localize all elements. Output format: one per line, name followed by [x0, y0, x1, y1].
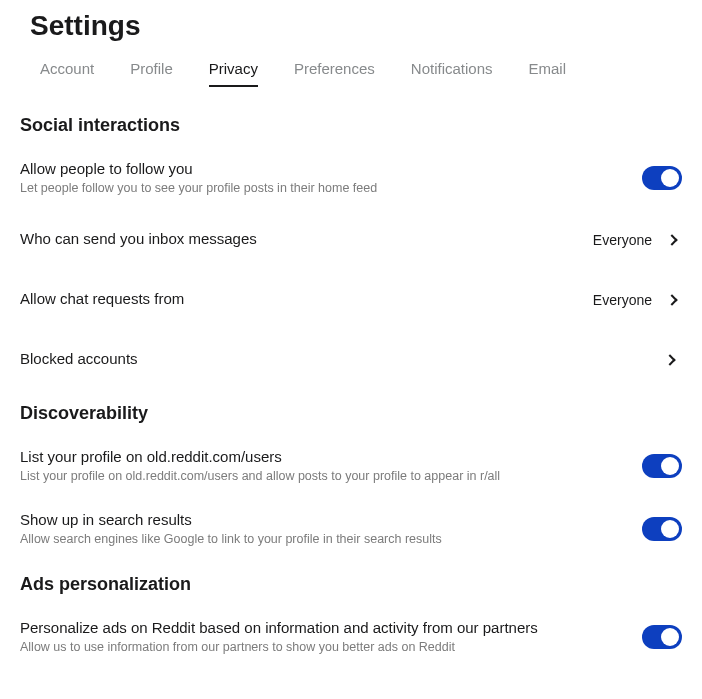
- setting-desc: Allow search engines like Google to link…: [20, 531, 622, 548]
- tab-privacy[interactable]: Privacy: [209, 60, 258, 87]
- setting-title: Allow chat requests from: [20, 290, 573, 307]
- page-title: Settings: [30, 10, 682, 42]
- setting-title: List your profile on old.reddit.com/user…: [20, 448, 622, 465]
- setting-allow-follow: Allow people to follow you Let people fo…: [20, 160, 682, 197]
- chevron-right-icon: [666, 294, 677, 305]
- tabs-container: Account Profile Privacy Preferences Noti…: [40, 60, 682, 87]
- setting-text: Personalize ads on Reddit based on infor…: [20, 619, 642, 656]
- select-value: Everyone: [593, 292, 652, 308]
- select-chat-requests[interactable]: Everyone: [593, 292, 682, 308]
- setting-title: Personalize ads on Reddit based on infor…: [20, 619, 622, 636]
- setting-title: Show up in search results: [20, 511, 622, 528]
- toggle-list-profile[interactable]: [642, 454, 682, 478]
- tab-notifications[interactable]: Notifications: [411, 60, 493, 87]
- toggle-search-results[interactable]: [642, 517, 682, 541]
- setting-search-results: Show up in search results Allow search e…: [20, 511, 682, 548]
- tab-account[interactable]: Account: [40, 60, 94, 87]
- setting-title: Blocked accounts: [20, 350, 646, 367]
- section-heading-ads: Ads personalization: [20, 574, 682, 595]
- setting-title: Who can send you inbox messages: [20, 230, 573, 247]
- setting-desc: Allow us to use information from our par…: [20, 639, 622, 656]
- select-value: Everyone: [593, 232, 652, 248]
- setting-desc: List your profile on old.reddit.com/user…: [20, 468, 622, 485]
- toggle-personalize-ads[interactable]: [642, 625, 682, 649]
- setting-text: Allow people to follow you Let people fo…: [20, 160, 642, 197]
- link-blocked-accounts[interactable]: [666, 356, 682, 364]
- setting-inbox-messages: Who can send you inbox messages Everyone: [20, 223, 682, 257]
- setting-list-profile: List your profile on old.reddit.com/user…: [20, 448, 682, 485]
- setting-text: Blocked accounts: [20, 350, 666, 370]
- tab-profile[interactable]: Profile: [130, 60, 173, 87]
- setting-personalize-ads: Personalize ads on Reddit based on infor…: [20, 619, 682, 656]
- toggle-allow-follow[interactable]: [642, 166, 682, 190]
- setting-blocked-accounts: Blocked accounts: [20, 343, 682, 377]
- setting-title: Allow people to follow you: [20, 160, 622, 177]
- section-heading-social: Social interactions: [20, 115, 682, 136]
- setting-text: Allow chat requests from: [20, 290, 593, 310]
- tab-preferences[interactable]: Preferences: [294, 60, 375, 87]
- tab-email[interactable]: Email: [529, 60, 567, 87]
- setting-text: Show up in search results Allow search e…: [20, 511, 642, 548]
- chevron-right-icon: [664, 354, 675, 365]
- setting-text: Who can send you inbox messages: [20, 230, 593, 250]
- setting-chat-requests: Allow chat requests from Everyone: [20, 283, 682, 317]
- chevron-right-icon: [666, 234, 677, 245]
- select-inbox-messages[interactable]: Everyone: [593, 232, 682, 248]
- setting-text: List your profile on old.reddit.com/user…: [20, 448, 642, 485]
- setting-desc: Let people follow you to see your profil…: [20, 180, 622, 197]
- section-heading-discoverability: Discoverability: [20, 403, 682, 424]
